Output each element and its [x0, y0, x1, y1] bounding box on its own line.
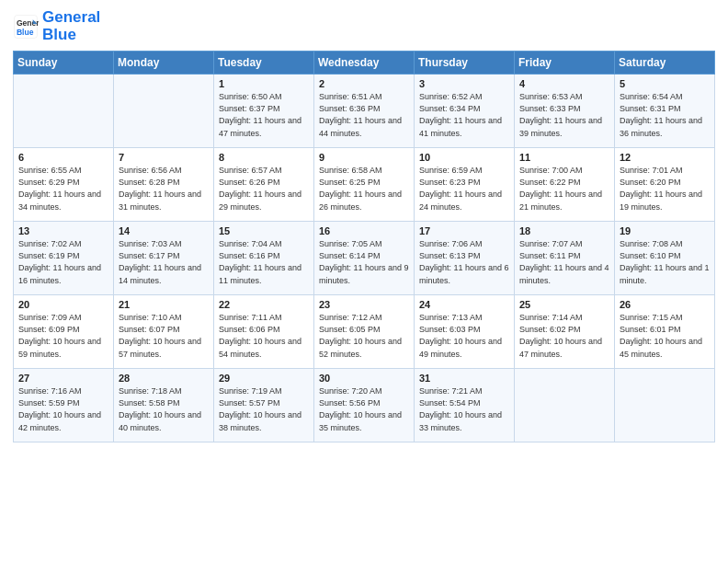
day-number: 4 [519, 78, 610, 89]
day-number: 17 [419, 225, 510, 236]
day-info: Sunrise: 7:11 AMSunset: 6:06 PMDaylight:… [219, 312, 310, 360]
day-cell: 16Sunrise: 7:05 AMSunset: 6:14 PMDayligh… [314, 222, 415, 295]
day-cell: 7Sunrise: 6:56 AMSunset: 6:28 PMDaylight… [114, 148, 214, 222]
day-cell: 15Sunrise: 7:04 AMSunset: 6:16 PMDayligh… [214, 222, 314, 295]
day-info: Sunrise: 7:00 AMSunset: 6:22 PMDaylight:… [519, 165, 610, 213]
svg-text:Blue: Blue [17, 27, 34, 36]
day-info: Sunrise: 7:13 AMSunset: 6:03 PMDaylight:… [419, 312, 510, 360]
day-info: Sunrise: 6:54 AMSunset: 6:31 PMDaylight:… [620, 91, 711, 139]
day-cell: 29Sunrise: 7:19 AMSunset: 5:57 PMDayligh… [214, 369, 314, 442]
day-cell [14, 75, 114, 148]
day-number: 16 [319, 225, 410, 236]
day-info: Sunrise: 6:50 AMSunset: 6:37 PMDaylight:… [219, 91, 310, 139]
day-number: 20 [18, 299, 109, 310]
day-number: 7 [119, 152, 210, 163]
day-cell: 27Sunrise: 7:16 AMSunset: 5:59 PMDayligh… [14, 369, 114, 442]
calendar-table: SundayMondayTuesdayWednesdayThursdayFrid… [13, 51, 715, 442]
day-info: Sunrise: 7:21 AMSunset: 5:54 PMDaylight:… [419, 385, 510, 433]
day-info: Sunrise: 7:01 AMSunset: 6:20 PMDaylight:… [620, 165, 711, 213]
day-number: 27 [18, 373, 109, 384]
day-number: 13 [18, 225, 109, 236]
day-info: Sunrise: 7:05 AMSunset: 6:14 PMDaylight:… [319, 238, 410, 286]
day-number: 14 [119, 225, 210, 236]
day-cell: 12Sunrise: 7:01 AMSunset: 6:20 PMDayligh… [615, 148, 715, 222]
day-number: 29 [219, 373, 310, 384]
day-info: Sunrise: 6:53 AMSunset: 6:33 PMDaylight:… [519, 91, 610, 139]
day-number: 3 [419, 78, 510, 89]
logo: General Blue General Blue [13, 9, 100, 43]
day-cell: 3Sunrise: 6:52 AMSunset: 6:34 PMDaylight… [415, 75, 515, 148]
day-cell [515, 369, 615, 442]
day-info: Sunrise: 6:58 AMSunset: 6:25 PMDaylight:… [319, 165, 410, 213]
day-info: Sunrise: 7:02 AMSunset: 6:19 PMDaylight:… [18, 238, 109, 286]
week-row-1: 1Sunrise: 6:50 AMSunset: 6:37 PMDaylight… [14, 75, 715, 148]
day-cell: 17Sunrise: 7:06 AMSunset: 6:13 PMDayligh… [415, 222, 515, 295]
day-info: Sunrise: 7:18 AMSunset: 5:58 PMDaylight:… [119, 385, 210, 433]
day-cell: 5Sunrise: 6:54 AMSunset: 6:31 PMDaylight… [615, 75, 715, 148]
day-cell: 21Sunrise: 7:10 AMSunset: 6:07 PMDayligh… [114, 295, 214, 369]
day-cell: 30Sunrise: 7:20 AMSunset: 5:56 PMDayligh… [314, 369, 415, 442]
day-cell: 19Sunrise: 7:08 AMSunset: 6:10 PMDayligh… [615, 222, 715, 295]
week-row-5: 27Sunrise: 7:16 AMSunset: 5:59 PMDayligh… [14, 369, 715, 442]
page: General Blue General Blue SundayMondayTu… [0, 0, 728, 563]
day-number: 24 [419, 299, 510, 310]
day-info: Sunrise: 7:10 AMSunset: 6:07 PMDaylight:… [119, 312, 210, 360]
day-number: 19 [620, 225, 711, 236]
day-number: 31 [419, 373, 510, 384]
day-number: 25 [519, 299, 610, 310]
day-info: Sunrise: 7:20 AMSunset: 5:56 PMDaylight:… [319, 385, 410, 433]
day-cell: 22Sunrise: 7:11 AMSunset: 6:06 PMDayligh… [214, 295, 314, 369]
day-cell: 9Sunrise: 6:58 AMSunset: 6:25 PMDaylight… [314, 148, 415, 222]
day-cell: 14Sunrise: 7:03 AMSunset: 6:17 PMDayligh… [114, 222, 214, 295]
week-row-3: 13Sunrise: 7:02 AMSunset: 6:19 PMDayligh… [14, 222, 715, 295]
day-info: Sunrise: 7:09 AMSunset: 6:09 PMDaylight:… [18, 312, 109, 360]
day-cell: 2Sunrise: 6:51 AMSunset: 6:36 PMDaylight… [314, 75, 415, 148]
day-cell: 8Sunrise: 6:57 AMSunset: 6:26 PMDaylight… [214, 148, 314, 222]
logo-icon: General Blue [13, 14, 39, 40]
day-cell: 10Sunrise: 6:59 AMSunset: 6:23 PMDayligh… [415, 148, 515, 222]
day-info: Sunrise: 6:51 AMSunset: 6:36 PMDaylight:… [319, 91, 410, 139]
day-number: 28 [119, 373, 210, 384]
day-info: Sunrise: 6:59 AMSunset: 6:23 PMDaylight:… [419, 165, 510, 213]
day-cell: 24Sunrise: 7:13 AMSunset: 6:03 PMDayligh… [415, 295, 515, 369]
day-info: Sunrise: 6:52 AMSunset: 6:34 PMDaylight:… [419, 91, 510, 139]
day-header-saturday: Saturday [615, 52, 715, 75]
day-number: 8 [219, 152, 310, 163]
day-cell: 4Sunrise: 6:53 AMSunset: 6:33 PMDaylight… [515, 75, 615, 148]
day-header-sunday: Sunday [14, 52, 114, 75]
day-header-thursday: Thursday [415, 52, 515, 75]
day-cell: 28Sunrise: 7:18 AMSunset: 5:58 PMDayligh… [114, 369, 214, 442]
day-cell: 11Sunrise: 7:00 AMSunset: 6:22 PMDayligh… [515, 148, 615, 222]
day-header-tuesday: Tuesday [214, 52, 314, 75]
day-number: 9 [319, 152, 410, 163]
day-cell: 6Sunrise: 6:55 AMSunset: 6:29 PMDaylight… [14, 148, 114, 222]
logo-text: General Blue [42, 9, 100, 43]
header: General Blue General Blue [13, 9, 715, 43]
day-info: Sunrise: 7:03 AMSunset: 6:17 PMDaylight:… [119, 238, 210, 286]
day-info: Sunrise: 7:15 AMSunset: 6:01 PMDaylight:… [620, 312, 711, 360]
day-header-monday: Monday [114, 52, 214, 75]
day-info: Sunrise: 7:08 AMSunset: 6:10 PMDaylight:… [620, 238, 711, 286]
day-number: 15 [219, 225, 310, 236]
day-info: Sunrise: 7:07 AMSunset: 6:11 PMDaylight:… [519, 238, 610, 286]
day-cell: 18Sunrise: 7:07 AMSunset: 6:11 PMDayligh… [515, 222, 615, 295]
day-number: 11 [519, 152, 610, 163]
day-info: Sunrise: 6:56 AMSunset: 6:28 PMDaylight:… [119, 165, 210, 213]
day-number: 30 [319, 373, 410, 384]
day-number: 12 [620, 152, 711, 163]
header-row: SundayMondayTuesdayWednesdayThursdayFrid… [14, 52, 715, 75]
day-number: 22 [219, 299, 310, 310]
day-number: 26 [620, 299, 711, 310]
day-number: 5 [620, 78, 711, 89]
day-cell [615, 369, 715, 442]
day-number: 21 [119, 299, 210, 310]
day-cell [114, 75, 214, 148]
day-info: Sunrise: 7:04 AMSunset: 6:16 PMDaylight:… [219, 238, 310, 286]
day-number: 10 [419, 152, 510, 163]
day-number: 18 [519, 225, 610, 236]
day-info: Sunrise: 7:19 AMSunset: 5:57 PMDaylight:… [219, 385, 310, 433]
day-info: Sunrise: 7:16 AMSunset: 5:59 PMDaylight:… [18, 385, 109, 433]
day-cell: 25Sunrise: 7:14 AMSunset: 6:02 PMDayligh… [515, 295, 615, 369]
day-info: Sunrise: 7:12 AMSunset: 6:05 PMDaylight:… [319, 312, 410, 360]
day-info: Sunrise: 7:14 AMSunset: 6:02 PMDaylight:… [519, 312, 610, 360]
